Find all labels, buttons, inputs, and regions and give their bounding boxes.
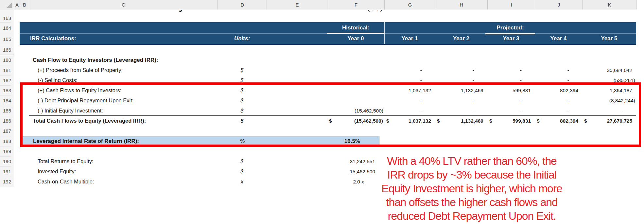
units-cell[interactable]: $	[218, 156, 267, 166]
year4-value-cell[interactable]: -	[535, 65, 582, 75]
units-cell[interactable]: $	[218, 75, 267, 85]
leveraged-irr-highlight-row[interactable]: Leveraged Internal Rate of Return (IRR):…	[20, 136, 379, 146]
row-header-187[interactable]: 187	[0, 126, 11, 136]
row-header-163[interactable]: 163	[0, 14, 11, 23]
year3-value-cell[interactable]: 599,831	[487, 85, 535, 95]
irr-units-cell: %	[218, 136, 267, 146]
total-value: (15,462,500)	[354, 116, 383, 126]
units-cell[interactable]: $	[218, 85, 267, 95]
annotation-text: With a 40% LTV rather than 60%, the IRR …	[314, 154, 630, 223]
year1-value-cell[interactable]: -	[384, 65, 435, 75]
year4-value-cell[interactable]: 802,394	[535, 85, 582, 95]
units-cell[interactable]: $	[218, 106, 267, 116]
total-label-cell[interactable]: Total Cash Flows to Equity (Leveraged IR…	[33, 116, 146, 126]
section-title-row: Cash Flow to Equity Investors (Leveraged…	[0, 55, 644, 65]
year1-value-cell[interactable]: -	[384, 106, 435, 116]
row-label-cell[interactable]: (+) Cash Flows to Equity Investors:	[38, 85, 121, 95]
year5-value-cell[interactable]: 1,364,187	[582, 85, 636, 95]
year5-total-cell[interactable]: $ 27,670,725	[582, 116, 636, 126]
units-cell[interactable]: x	[218, 177, 267, 187]
units-cell[interactable]: $	[218, 116, 267, 126]
column-header-B[interactable]: B	[20, 0, 29, 9]
column-header-G[interactable]: G	[384, 0, 435, 9]
row-debt-principal-repayment: (-) Debt Principal Repayment Upon Exit: …	[0, 95, 644, 106]
total-value: 802,394	[560, 116, 578, 126]
column-header-A[interactable]: A	[14, 0, 20, 9]
column-header-E[interactable]: E	[267, 0, 327, 9]
currency-symbol: $	[329, 116, 332, 126]
units-cell[interactable]: $	[218, 65, 267, 75]
year3-value-cell[interactable]: -	[487, 95, 535, 106]
row-label-cell[interactable]: Total Returns to Equity:	[38, 156, 94, 166]
row-header-189[interactable]: 189	[0, 146, 11, 157]
row-total-cash-flows: Total Cash Flows to Equity (Leveraged IR…	[0, 116, 644, 126]
irr-header-band: Historical: Projected: IRR Calculations:…	[20, 22, 636, 45]
year1-value-cell[interactable]: 1,037,132	[384, 85, 435, 95]
row-label-cell[interactable]: (-) Initial Equity Investment:	[38, 106, 103, 116]
year4-value-cell[interactable]: -	[535, 75, 582, 85]
year2-value-cell[interactable]: -	[435, 95, 487, 106]
year3-header-cell[interactable]: Year 3	[487, 34, 535, 44]
year5-value-cell[interactable]: -	[582, 106, 636, 116]
year4-total-cell[interactable]: $ 802,394	[535, 116, 582, 126]
row-label-cell[interactable]: Cash-on-Cash Multiple:	[38, 177, 94, 187]
year0-header-cell[interactable]: Year 0	[327, 34, 384, 44]
row-label-cell[interactable]: (-) Selling Costs:	[38, 75, 78, 85]
annotation-line: With a 40% LTV rather than 60%, the	[314, 154, 630, 168]
year1-total-cell[interactable]: $ 1,037,132	[384, 116, 435, 126]
year2-value-cell[interactable]: 1,132,469	[435, 85, 487, 95]
irr-calculations-title-cell[interactable]: IRR Calculations:	[30, 34, 76, 44]
year4-header-cell[interactable]: Year 4	[535, 34, 582, 44]
row-header-188[interactable]: 188	[0, 136, 11, 146]
year2-value-cell[interactable]: -	[435, 75, 487, 85]
year5-value-cell[interactable]: (535,261)	[582, 75, 636, 85]
column-header-J[interactable]: J	[535, 0, 583, 9]
column-header-C[interactable]: C	[29, 0, 218, 9]
clipped-label-fragment: g	[178, 10, 183, 12]
year5-header-cell[interactable]: Year 5	[582, 34, 636, 44]
year2-header-cell[interactable]: Year 2	[435, 34, 487, 44]
column-header-I[interactable]: I	[487, 0, 535, 9]
column-header-D[interactable]: D	[218, 0, 267, 9]
annotation-line: reduced Debt Repayment Upon Exit.	[314, 209, 630, 223]
year4-value-cell[interactable]: -	[535, 95, 582, 106]
row-label-cell[interactable]: Invested Equity:	[38, 166, 76, 177]
row-header-164[interactable]: 164	[0, 22, 11, 34]
year1-value-cell[interactable]: -	[384, 95, 435, 106]
units-header-cell[interactable]: Units:	[218, 34, 267, 44]
projected-header-cell[interactable]: Projected:	[384, 22, 636, 34]
total-value: 27,670,725	[607, 116, 632, 126]
year1-value-cell[interactable]: -	[384, 75, 435, 85]
year3-value-cell[interactable]: -	[487, 65, 535, 75]
year1-header-cell[interactable]: Year 1	[384, 34, 435, 44]
year5-value-cell[interactable]: 35,684,042	[582, 65, 636, 75]
clipped-row-fragment: g ( , , )	[0, 10, 636, 14]
year5-value-cell[interactable]: (8,842,244)	[582, 95, 636, 106]
spreadsheet: A B C D E F G H I J K 163 164 165 166 18…	[0, 0, 644, 224]
clipped-value-fragment: ( , , )	[327, 10, 383, 12]
column-header-strip: A B C D E F G H I J K	[0, 0, 636, 10]
column-header-F[interactable]: F	[327, 0, 385, 9]
year3-value-cell[interactable]: -	[487, 75, 535, 85]
row-label-cell[interactable]: (-) Debt Principal Repayment Upon Exit:	[38, 95, 133, 106]
year2-value-cell[interactable]: -	[435, 65, 487, 75]
year3-total-cell[interactable]: $ 599,831	[487, 116, 535, 126]
units-cell[interactable]: $	[218, 166, 267, 177]
row-label-cell[interactable]: (+) Proceeds from Sale of Property:	[38, 65, 123, 75]
year3-value-cell[interactable]: -	[487, 106, 535, 116]
year0-value-cell[interactable]: (15,462,500)	[327, 106, 384, 116]
section-title-cell[interactable]: Cash Flow to Equity Investors (Leveraged…	[33, 55, 158, 65]
year2-total-cell[interactable]: $ 1,132,469	[435, 116, 487, 126]
row-header-166[interactable]: 166	[0, 45, 11, 55]
year4-value-cell[interactable]: -	[535, 106, 582, 116]
historical-header-cell[interactable]: Historical:	[327, 22, 384, 34]
column-header-H[interactable]: H	[435, 0, 488, 9]
year0-total-cell[interactable]: $ (15,462,500)	[327, 116, 384, 126]
row-cash-flows-to-equity: (+) Cash Flows to Equity Investors: $ 1,…	[0, 85, 644, 95]
year2-value-cell[interactable]: -	[435, 106, 487, 116]
select-all-corner[interactable]	[0, 0, 14, 9]
units-cell[interactable]: $	[218, 95, 267, 106]
projected-header-label: Projected:	[485, 22, 535, 34]
row-header-165[interactable]: 165	[0, 34, 11, 45]
column-header-K[interactable]: K	[582, 0, 637, 9]
